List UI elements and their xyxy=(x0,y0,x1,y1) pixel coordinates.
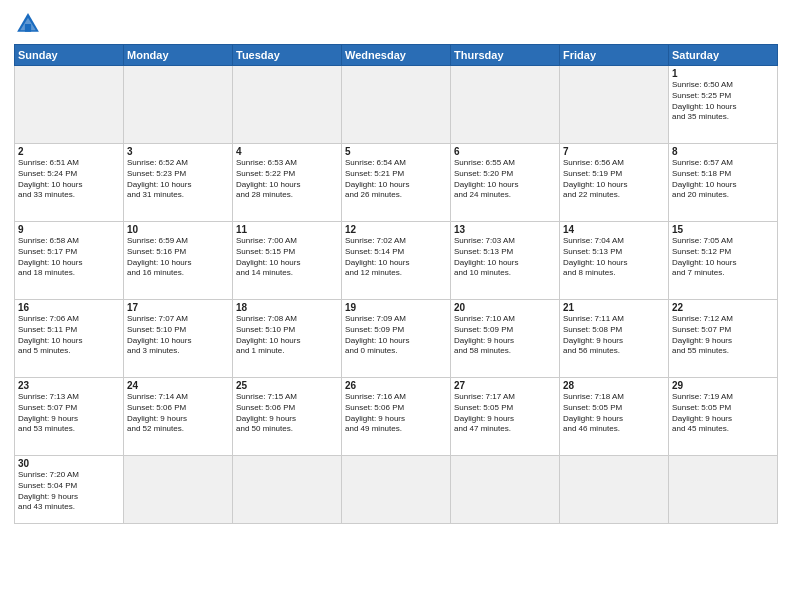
day-number: 10 xyxy=(127,224,229,235)
day-number: 6 xyxy=(454,146,556,157)
calendar-cell: 28Sunrise: 7:18 AM Sunset: 5:05 PM Dayli… xyxy=(560,378,669,456)
calendar-cell: 3Sunrise: 6:52 AM Sunset: 5:23 PM Daylig… xyxy=(124,144,233,222)
calendar-cell xyxy=(233,66,342,144)
calendar-cell: 20Sunrise: 7:10 AM Sunset: 5:09 PM Dayli… xyxy=(451,300,560,378)
calendar-cell: 30Sunrise: 7:20 AM Sunset: 5:04 PM Dayli… xyxy=(15,456,124,524)
day-number: 29 xyxy=(672,380,774,391)
weekday-header-row: SundayMondayTuesdayWednesdayThursdayFrid… xyxy=(15,45,778,66)
day-number: 30 xyxy=(18,458,120,469)
header xyxy=(14,10,778,38)
day-info: Sunrise: 7:13 AM Sunset: 5:07 PM Dayligh… xyxy=(18,392,120,435)
calendar-cell: 21Sunrise: 7:11 AM Sunset: 5:08 PM Dayli… xyxy=(560,300,669,378)
calendar-cell: 9Sunrise: 6:58 AM Sunset: 5:17 PM Daylig… xyxy=(15,222,124,300)
calendar-cell xyxy=(124,66,233,144)
day-info: Sunrise: 7:09 AM Sunset: 5:09 PM Dayligh… xyxy=(345,314,447,357)
page: SundayMondayTuesdayWednesdayThursdayFrid… xyxy=(0,0,792,612)
day-info: Sunrise: 7:10 AM Sunset: 5:09 PM Dayligh… xyxy=(454,314,556,357)
calendar-cell xyxy=(451,66,560,144)
day-number: 13 xyxy=(454,224,556,235)
day-number: 14 xyxy=(563,224,665,235)
day-info: Sunrise: 7:14 AM Sunset: 5:06 PM Dayligh… xyxy=(127,392,229,435)
day-number: 27 xyxy=(454,380,556,391)
calendar-week-5: 23Sunrise: 7:13 AM Sunset: 5:07 PM Dayli… xyxy=(15,378,778,456)
day-info: Sunrise: 7:20 AM Sunset: 5:04 PM Dayligh… xyxy=(18,470,120,513)
day-info: Sunrise: 6:54 AM Sunset: 5:21 PM Dayligh… xyxy=(345,158,447,201)
calendar-cell: 27Sunrise: 7:17 AM Sunset: 5:05 PM Dayli… xyxy=(451,378,560,456)
day-info: Sunrise: 7:18 AM Sunset: 5:05 PM Dayligh… xyxy=(563,392,665,435)
calendar-week-6: 30Sunrise: 7:20 AM Sunset: 5:04 PM Dayli… xyxy=(15,456,778,524)
weekday-header-wednesday: Wednesday xyxy=(342,45,451,66)
weekday-header-friday: Friday xyxy=(560,45,669,66)
calendar-cell: 4Sunrise: 6:53 AM Sunset: 5:22 PM Daylig… xyxy=(233,144,342,222)
day-info: Sunrise: 7:07 AM Sunset: 5:10 PM Dayligh… xyxy=(127,314,229,357)
day-number: 16 xyxy=(18,302,120,313)
day-number: 8 xyxy=(672,146,774,157)
calendar-cell: 10Sunrise: 6:59 AM Sunset: 5:16 PM Dayli… xyxy=(124,222,233,300)
calendar-week-4: 16Sunrise: 7:06 AM Sunset: 5:11 PM Dayli… xyxy=(15,300,778,378)
weekday-header-sunday: Sunday xyxy=(15,45,124,66)
calendar-cell: 1Sunrise: 6:50 AM Sunset: 5:25 PM Daylig… xyxy=(669,66,778,144)
day-number: 18 xyxy=(236,302,338,313)
day-info: Sunrise: 6:58 AM Sunset: 5:17 PM Dayligh… xyxy=(18,236,120,279)
logo xyxy=(14,10,46,38)
calendar-cell: 24Sunrise: 7:14 AM Sunset: 5:06 PM Dayli… xyxy=(124,378,233,456)
calendar-cell xyxy=(560,66,669,144)
day-info: Sunrise: 7:19 AM Sunset: 5:05 PM Dayligh… xyxy=(672,392,774,435)
calendar-cell: 8Sunrise: 6:57 AM Sunset: 5:18 PM Daylig… xyxy=(669,144,778,222)
day-number: 2 xyxy=(18,146,120,157)
day-number: 9 xyxy=(18,224,120,235)
weekday-header-thursday: Thursday xyxy=(451,45,560,66)
calendar-cell xyxy=(560,456,669,524)
day-number: 11 xyxy=(236,224,338,235)
calendar-cell: 17Sunrise: 7:07 AM Sunset: 5:10 PM Dayli… xyxy=(124,300,233,378)
calendar-week-1: 1Sunrise: 6:50 AM Sunset: 5:25 PM Daylig… xyxy=(15,66,778,144)
day-info: Sunrise: 7:16 AM Sunset: 5:06 PM Dayligh… xyxy=(345,392,447,435)
calendar-cell: 23Sunrise: 7:13 AM Sunset: 5:07 PM Dayli… xyxy=(15,378,124,456)
day-number: 4 xyxy=(236,146,338,157)
calendar-cell: 7Sunrise: 6:56 AM Sunset: 5:19 PM Daylig… xyxy=(560,144,669,222)
day-info: Sunrise: 6:56 AM Sunset: 5:19 PM Dayligh… xyxy=(563,158,665,201)
calendar-cell: 11Sunrise: 7:00 AM Sunset: 5:15 PM Dayli… xyxy=(233,222,342,300)
svg-rect-2 xyxy=(25,24,31,32)
day-info: Sunrise: 7:06 AM Sunset: 5:11 PM Dayligh… xyxy=(18,314,120,357)
day-number: 15 xyxy=(672,224,774,235)
calendar-cell: 5Sunrise: 6:54 AM Sunset: 5:21 PM Daylig… xyxy=(342,144,451,222)
day-info: Sunrise: 7:17 AM Sunset: 5:05 PM Dayligh… xyxy=(454,392,556,435)
day-info: Sunrise: 7:00 AM Sunset: 5:15 PM Dayligh… xyxy=(236,236,338,279)
calendar-cell: 15Sunrise: 7:05 AM Sunset: 5:12 PM Dayli… xyxy=(669,222,778,300)
calendar-cell xyxy=(342,456,451,524)
calendar-cell xyxy=(124,456,233,524)
calendar-cell xyxy=(451,456,560,524)
day-info: Sunrise: 7:03 AM Sunset: 5:13 PM Dayligh… xyxy=(454,236,556,279)
day-info: Sunrise: 7:15 AM Sunset: 5:06 PM Dayligh… xyxy=(236,392,338,435)
calendar-cell xyxy=(669,456,778,524)
calendar-cell: 18Sunrise: 7:08 AM Sunset: 5:10 PM Dayli… xyxy=(233,300,342,378)
calendar-cell: 14Sunrise: 7:04 AM Sunset: 5:13 PM Dayli… xyxy=(560,222,669,300)
day-number: 3 xyxy=(127,146,229,157)
day-number: 19 xyxy=(345,302,447,313)
calendar-cell xyxy=(233,456,342,524)
day-info: Sunrise: 7:11 AM Sunset: 5:08 PM Dayligh… xyxy=(563,314,665,357)
calendar-cell: 29Sunrise: 7:19 AM Sunset: 5:05 PM Dayli… xyxy=(669,378,778,456)
day-number: 20 xyxy=(454,302,556,313)
calendar-table: SundayMondayTuesdayWednesdayThursdayFrid… xyxy=(14,44,778,524)
calendar-cell xyxy=(15,66,124,144)
weekday-header-tuesday: Tuesday xyxy=(233,45,342,66)
day-number: 25 xyxy=(236,380,338,391)
day-number: 28 xyxy=(563,380,665,391)
day-info: Sunrise: 6:59 AM Sunset: 5:16 PM Dayligh… xyxy=(127,236,229,279)
weekday-header-saturday: Saturday xyxy=(669,45,778,66)
calendar-cell: 16Sunrise: 7:06 AM Sunset: 5:11 PM Dayli… xyxy=(15,300,124,378)
day-number: 26 xyxy=(345,380,447,391)
calendar-cell: 26Sunrise: 7:16 AM Sunset: 5:06 PM Dayli… xyxy=(342,378,451,456)
day-info: Sunrise: 7:02 AM Sunset: 5:14 PM Dayligh… xyxy=(345,236,447,279)
day-info: Sunrise: 6:52 AM Sunset: 5:23 PM Dayligh… xyxy=(127,158,229,201)
calendar-cell: 2Sunrise: 6:51 AM Sunset: 5:24 PM Daylig… xyxy=(15,144,124,222)
logo-icon xyxy=(14,10,42,38)
day-info: Sunrise: 6:57 AM Sunset: 5:18 PM Dayligh… xyxy=(672,158,774,201)
day-number: 22 xyxy=(672,302,774,313)
day-number: 5 xyxy=(345,146,447,157)
calendar-cell: 25Sunrise: 7:15 AM Sunset: 5:06 PM Dayli… xyxy=(233,378,342,456)
day-info: Sunrise: 6:51 AM Sunset: 5:24 PM Dayligh… xyxy=(18,158,120,201)
day-info: Sunrise: 6:53 AM Sunset: 5:22 PM Dayligh… xyxy=(236,158,338,201)
